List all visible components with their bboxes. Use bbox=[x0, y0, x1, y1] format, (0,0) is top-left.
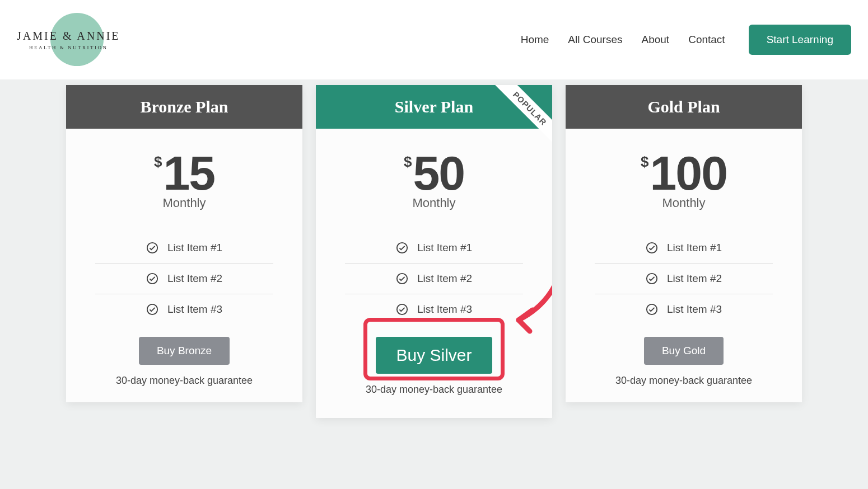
feature-item: List Item #1 bbox=[95, 233, 273, 264]
main-nav: Home All Courses About Contact Start Lea… bbox=[521, 25, 851, 55]
check-icon bbox=[646, 242, 658, 254]
currency-symbol: $ bbox=[404, 154, 412, 169]
check-icon bbox=[396, 242, 408, 254]
nav-courses[interactable]: All Courses bbox=[568, 34, 622, 46]
nav-contact[interactable]: Contact bbox=[688, 34, 725, 46]
currency-symbol: $ bbox=[154, 154, 162, 169]
start-learning-button[interactable]: Start Learning bbox=[749, 25, 851, 55]
brand-logo[interactable]: JAMIE & ANNIE HEALTH & NUTRITION bbox=[17, 12, 134, 68]
feature-label: List Item #3 bbox=[167, 303, 222, 316]
check-icon bbox=[396, 272, 408, 285]
svg-point-1 bbox=[147, 274, 157, 284]
buy-gold-button[interactable]: Buy Gold bbox=[644, 337, 724, 365]
billing-period: Monthly bbox=[77, 196, 291, 210]
nav-about[interactable]: About bbox=[642, 34, 670, 46]
feature-label: List Item #1 bbox=[667, 242, 722, 254]
svg-point-7 bbox=[647, 274, 657, 284]
pricing-table: Bronze Plan $ 15 Monthly List Item #1 Li… bbox=[0, 79, 868, 440]
feature-item: List Item #1 bbox=[595, 233, 773, 264]
svg-point-6 bbox=[647, 243, 657, 253]
feature-label: List Item #1 bbox=[167, 242, 222, 254]
buy-bronze-button[interactable]: Buy Bronze bbox=[139, 337, 230, 365]
svg-point-2 bbox=[147, 304, 157, 314]
feature-label: List Item #1 bbox=[417, 242, 472, 254]
feature-label: List Item #3 bbox=[417, 303, 472, 316]
check-icon bbox=[646, 303, 658, 316]
svg-point-4 bbox=[397, 274, 407, 284]
currency-symbol: $ bbox=[641, 154, 648, 169]
feature-item: List Item #2 bbox=[95, 264, 273, 294]
check-icon bbox=[146, 242, 158, 254]
plan-card-silver: POPULAR Silver Plan $ 50 Monthly List It… bbox=[316, 85, 552, 418]
nav-home[interactable]: Home bbox=[521, 34, 549, 46]
site-header: JAMIE & ANNIE HEALTH & NUTRITION Home Al… bbox=[0, 0, 868, 79]
feature-label: List Item #3 bbox=[667, 303, 722, 316]
price-amount: 100 bbox=[650, 149, 727, 197]
billing-period: Monthly bbox=[327, 196, 541, 210]
feature-item: List Item #2 bbox=[345, 264, 523, 294]
feature-list: List Item #1 List Item #2 List Item #3 bbox=[595, 233, 773, 325]
guarantee-text: 30-day money-back guarantee bbox=[316, 384, 552, 396]
price-amount: 50 bbox=[413, 149, 464, 197]
price-amount: 15 bbox=[163, 149, 214, 197]
feature-label: List Item #2 bbox=[417, 272, 472, 285]
check-icon bbox=[146, 303, 158, 316]
feature-item: List Item #2 bbox=[595, 264, 773, 294]
price-block: $ 15 Monthly bbox=[66, 129, 302, 216]
feature-item: List Item #3 bbox=[595, 294, 773, 325]
plan-title: Gold Plan bbox=[566, 85, 802, 129]
buy-silver-button[interactable]: Buy Silver bbox=[376, 337, 492, 374]
brand-name: JAMIE & ANNIE bbox=[17, 30, 120, 43]
price-block: $ 100 Monthly bbox=[566, 129, 802, 216]
svg-point-3 bbox=[397, 243, 407, 253]
svg-point-5 bbox=[397, 304, 407, 314]
price-block: $ 50 Monthly bbox=[316, 129, 552, 216]
guarantee-text: 30-day money-back guarantee bbox=[566, 375, 802, 387]
plan-card-bronze: Bronze Plan $ 15 Monthly List Item #1 Li… bbox=[66, 85, 302, 402]
brand-tagline: HEALTH & NUTRITION bbox=[17, 45, 120, 50]
billing-period: Monthly bbox=[577, 196, 791, 210]
check-icon bbox=[146, 272, 158, 285]
feature-item: List Item #3 bbox=[345, 294, 523, 325]
svg-point-8 bbox=[647, 304, 657, 314]
plan-title: Bronze Plan bbox=[66, 85, 302, 129]
feature-item: List Item #1 bbox=[345, 233, 523, 264]
check-icon bbox=[396, 303, 408, 316]
guarantee-text: 30-day money-back guarantee bbox=[66, 375, 302, 387]
svg-point-0 bbox=[147, 243, 157, 253]
feature-label: List Item #2 bbox=[167, 272, 222, 285]
feature-item: List Item #3 bbox=[95, 294, 273, 325]
plan-title: Silver Plan bbox=[316, 85, 552, 129]
feature-label: List Item #2 bbox=[667, 272, 722, 285]
plan-card-gold: Gold Plan $ 100 Monthly List Item #1 Lis… bbox=[566, 85, 802, 402]
check-icon bbox=[646, 272, 658, 285]
feature-list: List Item #1 List Item #2 List Item #3 bbox=[95, 233, 273, 325]
feature-list: List Item #1 List Item #2 List Item #3 bbox=[345, 233, 523, 325]
